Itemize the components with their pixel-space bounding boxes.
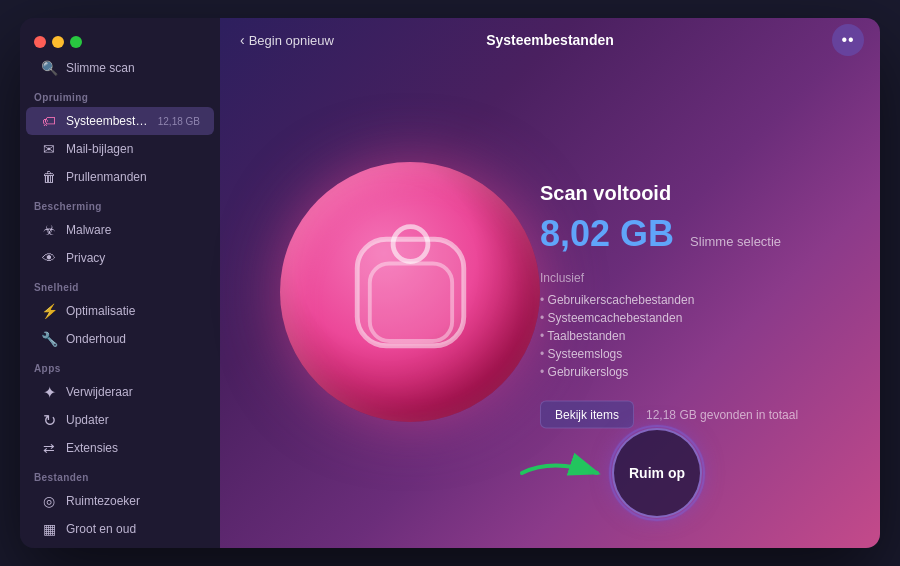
sidebar-item-ruimtezoeker[interactable]: ◎ Ruimtezoeker [26, 487, 214, 515]
sidebar: 🔍 Slimme scan Opruiming 🏷 Systeembestand… [20, 18, 220, 548]
malware-icon: ☣ [40, 221, 58, 239]
update-icon: ↻ [40, 411, 58, 429]
sidebar-item-label: Privacy [66, 251, 200, 265]
size-row: 8,02 GB Slimme selectie [540, 213, 840, 255]
action-area: Ruim op [512, 428, 702, 518]
include-list: Gebruikerscachebestanden Systeemcachebes… [540, 291, 840, 381]
sidebar-item-optimalisatie[interactable]: ⚡ Optimalisatie [26, 297, 214, 325]
page-title: Systeembestanden [486, 32, 614, 48]
list-item: Systeemslogs [540, 345, 840, 363]
found-label: 12,18 GB gevonden in totaal [646, 408, 798, 422]
speed-icon: ⚡ [40, 302, 58, 320]
orb-container [280, 162, 540, 422]
search-icon: 🔍 [40, 59, 58, 77]
main-content: ‹ Begin opnieuw Systeembestanden •• [220, 18, 880, 548]
more-options-button[interactable]: •• [832, 24, 864, 56]
sidebar-item-label: Systeembestand... [66, 114, 150, 128]
sidebar-item-malware[interactable]: ☣ Malware [26, 216, 214, 244]
sidebar-item-groot-en-oud[interactable]: ▦ Groot en oud [26, 515, 214, 543]
sidebar-section-bestanden: Bestanden [20, 462, 220, 487]
ruim-op-label: Ruim op [629, 465, 685, 481]
bekijk-items-button[interactable]: Bekijk items [540, 401, 634, 429]
sidebar-item-label: Optimalisatie [66, 304, 200, 318]
extension-icon: ⇄ [40, 439, 58, 457]
content-area: Scan voltooid 8,02 GB Slimme selectie In… [220, 62, 880, 548]
tag-icon-large [333, 215, 488, 370]
minimize-button[interactable] [52, 36, 64, 48]
sidebar-item-privacy[interactable]: 👁 Privacy [26, 244, 214, 272]
sidebar-item-badge: 12,18 GB [158, 116, 200, 127]
sidebar-item-label: Groot en oud [66, 522, 200, 536]
green-arrow-icon [512, 448, 622, 498]
close-button[interactable] [34, 36, 46, 48]
list-item: Systeemcachebestanden [540, 309, 840, 327]
sidebar-item-updater[interactable]: ↻ Updater [26, 406, 214, 434]
smart-select-link[interactable]: Slimme selectie [690, 234, 781, 249]
scan-orb [280, 162, 540, 422]
inclusief-label: Inclusief [540, 271, 840, 285]
list-item: Gebruikerscachebestanden [540, 291, 840, 309]
app-window: 🔍 Slimme scan Opruiming 🏷 Systeembestand… [20, 18, 880, 548]
bottom-row: Bekijk items 12,18 GB gevonden in totaal [540, 401, 840, 429]
sidebar-item-slimme-scan[interactable]: 🔍 Slimme scan [26, 54, 214, 82]
sidebar-item-prullenmanden[interactable]: 🗑 Prullenmanden [26, 163, 214, 191]
list-item: Gebruikerslogs [540, 363, 840, 381]
sidebar-section-opruiming: Opruiming [20, 82, 220, 107]
wrench-icon: 🔧 [40, 330, 58, 348]
sidebar-item-label: Updater [66, 413, 200, 427]
sidebar-item-label: Verwijderaar [66, 385, 200, 399]
sidebar-section-snelheid: Snelheid [20, 272, 220, 297]
mail-icon: ✉ [40, 140, 58, 158]
info-panel: Scan voltooid 8,02 GB Slimme selectie In… [540, 182, 840, 429]
finder-icon: ◎ [40, 492, 58, 510]
sidebar-item-label: Malware [66, 223, 200, 237]
sidebar-item-verwijderaar[interactable]: ✦ Verwijderaar [26, 378, 214, 406]
sidebar-item-label: Mail-bijlagen [66, 142, 200, 156]
back-button[interactable]: ‹ Begin opnieuw [240, 32, 334, 48]
scan-size: 8,02 GB [540, 213, 674, 255]
sidebar-item-label: Ruimtezoeker [66, 494, 200, 508]
sidebar-item-label: Slimme scan [66, 61, 200, 75]
maximize-button[interactable] [70, 36, 82, 48]
trash-icon: 🗑 [40, 168, 58, 186]
sidebar-item-onderhoud[interactable]: 🔧 Onderhoud [26, 325, 214, 353]
sidebar-item-label: Onderhoud [66, 332, 200, 346]
sidebar-item-systeembestanden[interactable]: 🏷 Systeembestand... 12,18 GB [26, 107, 214, 135]
sidebar-item-mail-bijlagen[interactable]: ✉ Mail-bijlagen [26, 135, 214, 163]
uninstall-icon: ✦ [40, 383, 58, 401]
dots-icon: •• [841, 31, 854, 49]
sidebar-section-bescherming: Bescherming [20, 191, 220, 216]
back-label: Begin opnieuw [249, 33, 334, 48]
traffic-lights [34, 36, 82, 48]
scan-complete-title: Scan voltooid [540, 182, 840, 205]
ruim-op-button[interactable]: Ruim op [612, 428, 702, 518]
titlebar: ‹ Begin opnieuw Systeembestanden •• [220, 18, 880, 62]
sidebar-item-label: Extensies [66, 441, 200, 455]
chevron-left-icon: ‹ [240, 32, 245, 48]
sidebar-item-versnipperaar[interactable]: ▤ Versnipperaar [26, 543, 214, 548]
tag-icon: 🏷 [40, 112, 58, 130]
sidebar-section-apps: Apps [20, 353, 220, 378]
files-icon: ▦ [40, 520, 58, 538]
eye-icon: 👁 [40, 249, 58, 267]
list-item: Taalbestanden [540, 327, 840, 345]
sidebar-item-label: Prullenmanden [66, 170, 200, 184]
sidebar-header [20, 28, 220, 54]
sidebar-item-extensies[interactable]: ⇄ Extensies [26, 434, 214, 462]
